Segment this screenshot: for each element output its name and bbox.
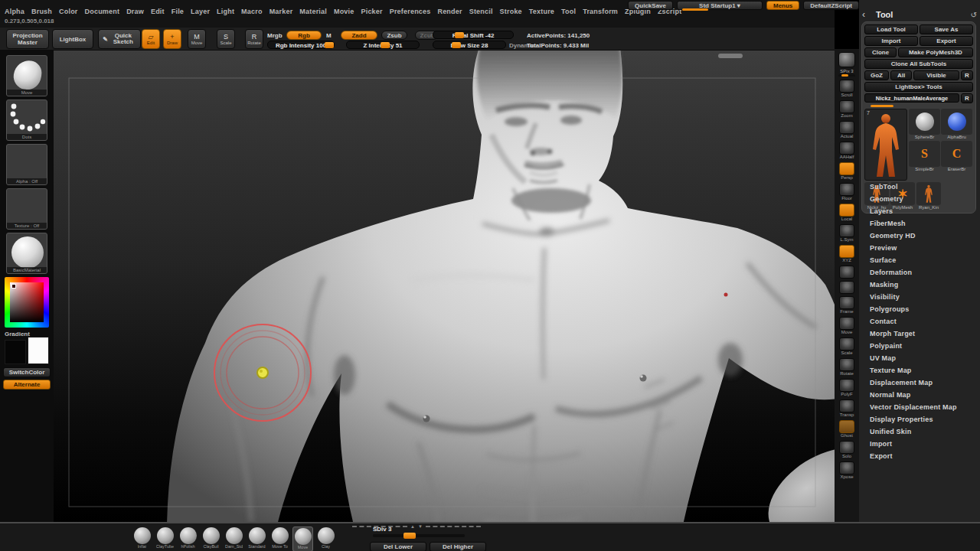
default-zscript-button[interactable]: DefaultZScript [803, 1, 859, 10]
secondary-color-swatch[interactable] [28, 337, 49, 364]
main-color-swatch[interactable] [5, 340, 26, 364]
clone-all-subtools-button[interactable]: Clone All SubTools [864, 59, 973, 69]
current-brush-thumbnail[interactable]: Move [6, 55, 47, 96]
subpalette-header[interactable]: Export [870, 450, 957, 462]
brush-shortcut[interactable]: Move [292, 527, 313, 551]
color-picker[interactable] [5, 277, 49, 328]
subpalette-header[interactable]: Surface [870, 254, 957, 266]
shelf-button[interactable]: AAHalf [839, 142, 854, 160]
subpalette-header[interactable]: Unified Skin [870, 425, 957, 438]
shelf-button[interactable]: Zoom [839, 100, 854, 119]
menu-item[interactable]: Stroke [500, 8, 522, 15]
shelf-button[interactable]: Ghost [839, 420, 854, 439]
subpalette-header[interactable]: Texture Map [870, 364, 957, 377]
ui-layout-dropdown[interactable]: Std Startup1 ▾ [677, 1, 763, 10]
menu-item[interactable]: Draw [126, 8, 144, 15]
make-polymesh3d-button[interactable]: Make PolyMesh3D [898, 47, 973, 57]
shelf-button[interactable]: Transp [839, 399, 854, 418]
brush-shortcut[interactable]: Inflat [132, 527, 152, 551]
sculpt-mode-button[interactable]: Zadd [341, 31, 377, 40]
export-button[interactable]: Export [920, 36, 973, 46]
menu-item[interactable]: Material [299, 8, 327, 15]
shelf-button[interactable]: XYZ [839, 245, 854, 263]
menu-item[interactable]: Render [437, 8, 462, 15]
tool-thumbnail[interactable]: AlphaBru [941, 109, 972, 140]
shelf-button[interactable]: PolyF [839, 379, 854, 397]
mrgb-button[interactable]: Mrgb [267, 32, 283, 39]
restore-icon[interactable]: ↺ [971, 11, 977, 19]
current-alpha-thumbnail[interactable]: Alpha : Off [6, 144, 47, 185]
mode-button[interactable]: R Rotate [245, 29, 263, 49]
subpalette-header[interactable]: Displacement Map [870, 377, 957, 389]
ui-layout-slider[interactable] [682, 8, 708, 11]
tray-resize-handle[interactable] [718, 54, 743, 58]
subpalette-header[interactable]: Geometry [870, 193, 957, 205]
subpalette-header[interactable]: Polypaint [870, 340, 957, 352]
menu-item[interactable]: Movie [334, 8, 354, 15]
shelf-button[interactable]: L.Sym [839, 224, 854, 243]
shelf-button[interactable]: Local [839, 204, 854, 222]
shelf-button[interactable]: Solo [839, 441, 854, 459]
menu-item[interactable]: Layer [191, 8, 210, 15]
del-lower-button[interactable]: Del Lower [370, 542, 426, 551]
spix-slider[interactable]: SPix 3 [838, 69, 855, 77]
subpalette-header[interactable]: Geometry HD [870, 230, 957, 242]
subpalette-header[interactable]: Preview [870, 242, 957, 254]
brush-shortcut[interactable]: ClayTube [155, 527, 175, 551]
shelf-button[interactable]: Floor [839, 183, 854, 201]
brush-shortcut[interactable]: Clay [315, 527, 336, 551]
menu-item[interactable]: Alpha [5, 8, 24, 15]
quick-sketch-button[interactable]: ✎ Quick Sketch [98, 29, 141, 49]
brush-shortcut[interactable]: hPolish [178, 527, 198, 551]
projection-master-button[interactable]: Projection Master [6, 29, 49, 49]
tool-thumbnail[interactable]: C EraserBr [941, 141, 972, 172]
sdiv-slider[interactable] [373, 534, 465, 537]
current-texture-thumbnail[interactable]: Texture : Off [6, 188, 47, 230]
goz-button[interactable]: GoZ [864, 70, 889, 80]
shelf-button[interactable] [839, 281, 854, 294]
collapse-arrow-icon[interactable]: ‹ [862, 9, 873, 20]
subpalette-header[interactable]: Display Properties [870, 413, 957, 425]
menu-item[interactable]: Document [85, 8, 120, 15]
rgb-button[interactable]: Rgb [286, 31, 322, 40]
current-material-thumbnail[interactable]: BasicMaterial [6, 233, 47, 274]
menu-item[interactable]: Transform [583, 8, 618, 15]
shelf-button[interactable]: Frame [839, 296, 854, 315]
clone-button[interactable]: Clone [864, 47, 897, 57]
shelf-button[interactable]: Persp [839, 162, 854, 181]
subpalette-header[interactable]: SubTool [870, 181, 957, 193]
mode-button[interactable]: S Scale [217, 29, 235, 49]
subpalette-header[interactable]: FiberMesh [870, 217, 957, 230]
switchcolor-button[interactable]: SwitchColor [3, 367, 51, 377]
del-higher-button[interactable]: Del Higher [430, 542, 486, 551]
subpalette-header[interactable]: Contact [870, 315, 957, 328]
menu-item[interactable]: Preferences [390, 8, 431, 15]
subpalette-header[interactable]: Morph Target [870, 328, 957, 340]
brush-shortcut[interactable]: Dam_Std [224, 527, 244, 551]
quicksave-button[interactable]: QuickSave [628, 1, 673, 10]
shelf-button[interactable]: Scroll [839, 80, 854, 98]
subpalette-header[interactable]: Import [870, 438, 957, 450]
current-stroke-thumbnail[interactable]: Dots [6, 99, 47, 141]
subpalette-header[interactable]: UV Map [870, 352, 957, 364]
menu-item[interactable]: Marker [270, 8, 293, 15]
visible-button[interactable]: Visible [913, 70, 959, 80]
subpalette-header[interactable]: Layers [870, 205, 957, 217]
menu-item[interactable]: Macro [241, 8, 263, 15]
bpr-render-button[interactable] [838, 52, 855, 67]
rename-r-button[interactable]: R [961, 93, 973, 103]
brush-shortcut[interactable]: ClayBuil [201, 527, 221, 551]
shelf-button[interactable]: Scale [839, 337, 854, 356]
lightbox-button[interactable]: LightBox [52, 29, 93, 49]
subpalette-header[interactable]: Visibility [870, 291, 957, 303]
all-button[interactable]: All [890, 70, 912, 80]
save-as-button[interactable]: Save As [920, 24, 973, 34]
shelf-button[interactable]: Actual [839, 121, 854, 139]
menu-item[interactable]: Color [59, 8, 78, 15]
subpalette-header[interactable]: Deformation [870, 266, 957, 279]
menu-item[interactable]: Picker [361, 8, 382, 15]
mode-button[interactable]: ▱ Edit [142, 29, 160, 49]
lightbox-tools-button[interactable]: Lightbox> Tools [864, 82, 973, 92]
subpalette-header[interactable]: Polygroups [870, 303, 957, 315]
subpalette-header[interactable]: Normal Map [870, 389, 957, 401]
